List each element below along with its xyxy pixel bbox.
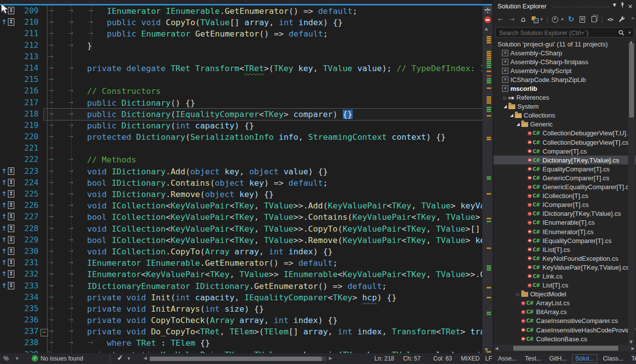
implements-interface-icon[interactable]: ↑I: [1, 282, 14, 289]
line-number[interactable]: 225: [17, 189, 39, 199]
pin-icon[interactable]: [620, 2, 625, 10]
search-input[interactable]: [498, 28, 614, 38]
tree-horizontal-scrollbar[interactable]: ◀ ▶: [494, 345, 636, 352]
collapse-all-icon[interactable]: [590, 15, 598, 24]
solution-explorer-titlebar[interactable]: Solution Explorer ▼ ×: [494, 0, 636, 13]
tree-row-icollection-t-cs[interactable]: C#ICollection[T].cs: [494, 192, 636, 201]
code-line-213[interactable]: 213→: [0, 51, 482, 63]
sync-active-document-icon[interactable]: [578, 15, 587, 24]
tool-window-tab-asse[interactable]: Asse...: [496, 355, 519, 363]
status-line-ending[interactable]: LF: [485, 355, 492, 362]
editor-vertical-scrollbar[interactable]: ▴▾ ▲ ▼: [482, 5, 493, 353]
tool-window-tab-test[interactable]: Test...: [522, 355, 544, 363]
tree-row-objectmodel[interactable]: ▷ObjectModel: [494, 290, 636, 299]
document-health-status[interactable]: No issues found: [41, 355, 83, 362]
horizontal-scrollbar-thumb[interactable]: [150, 357, 322, 361]
implements-interface-icon[interactable]: ↑I: [1, 225, 14, 232]
implements-interface-icon[interactable]: ↑I: [1, 179, 14, 186]
pending-filter-caret-icon[interactable]: ▼: [560, 17, 564, 22]
tree-row-caseinsensitivehashcodeprovider-cs[interactable]: C#CaseInsensitiveHashCodeProvider.cs: [494, 325, 636, 334]
tree-row-solution-project-gui-11-of-11-projects-[interactable]: Solution 'project-gui' (11 of 11 project…: [494, 40, 636, 48]
tree-row-comparer-t-cs[interactable]: C#Comparer[T].cs: [494, 147, 636, 156]
tree-row-assembly-csharp[interactable]: #Assembly-CSharp: [494, 48, 636, 57]
tree-row-ilist-t-cs[interactable]: C#IList[T].cs: [494, 245, 636, 254]
code-line-224[interactable]: ↑I224→→bool IDictionary.Contains(object …: [0, 177, 482, 189]
line-number[interactable]: 239: [17, 350, 39, 353]
zoom-dropdown-caret-icon[interactable]: ▼: [15, 356, 19, 361]
hscroll-left-arrow-icon[interactable]: ◀: [143, 356, 147, 361]
tree-row-system[interactable]: ◢System: [494, 102, 636, 111]
code-line-217[interactable]: 217→→public Dictionary() {}: [0, 97, 482, 109]
code-line-230[interactable]: ↑I230→→void ICollection.CopyTo(Array arr…: [0, 246, 482, 257]
pending-filter-icon[interactable]: [551, 15, 560, 24]
line-number[interactable]: 235: [17, 304, 39, 313]
line-number[interactable]: 237: [17, 326, 39, 336]
code-line-225[interactable]: ↑I225→→void IDictionary.Remove(object ke…: [0, 189, 482, 200]
zoom-level-control[interactable]: %: [3, 355, 9, 362]
tree-row-keynotfoundexception-cs[interactable]: C#KeyNotFoundException.cs: [494, 254, 636, 263]
tree-row-collectionbase-cs[interactable]: C#CollectionBase.cs: [494, 334, 636, 343]
tree-row-genericcomparer-t-cs[interactable]: C#GenericComparer[T].cs: [494, 173, 636, 182]
tree-row-idictionary-tkey-tvalue-cs[interactable]: C#IDictionary[TKey,TValue].cs: [494, 209, 636, 218]
tree-row-collectiondebuggerview-t-u-cs[interactable]: C#CollectionDebuggerView[T,U].cs: [494, 129, 636, 138]
code-viewport[interactable]: ↑I209→→→IEnumerator IEnumerable.GetEnume…: [0, 5, 482, 353]
tree-vscroll-thumb[interactable]: [629, 43, 634, 118]
tree-vertical-scrollbar[interactable]: ▲ ▼: [628, 40, 635, 345]
line-number[interactable]: 228: [17, 224, 39, 233]
line-number[interactable]: 214: [17, 63, 39, 73]
code-line-227[interactable]: ↑I227→→bool ICollection<KeyValuePair<TKe…: [0, 211, 482, 223]
line-number[interactable]: 221: [17, 143, 39, 153]
chevron-down-icon[interactable]: ▼: [613, 2, 616, 7]
code-line-219[interactable]: 219→→public Dictionary(int capacity) {}: [0, 120, 482, 131]
refresh-icon[interactable]: ↻: [567, 15, 576, 24]
tree-row-equalitycomparer-t-cs[interactable]: C#EqualityComparer[T].cs: [494, 164, 636, 173]
code-line-237[interactable]: 237→→private void Do_CopyTo<TRet, TElem>…: [0, 326, 482, 337]
implements-interface-icon[interactable]: ↑I: [1, 18, 14, 26]
implements-interface-icon[interactable]: ↑I: [1, 202, 14, 209]
line-number[interactable]: 232: [17, 269, 39, 279]
status-encoding[interactable]: MIXED: [461, 355, 480, 362]
implements-interface-icon[interactable]: ↑I: [1, 236, 14, 243]
line-number[interactable]: 209: [17, 6, 39, 15]
tree-row-assembly-unityscript[interactable]: #Assembly-UnityScript: [494, 66, 636, 75]
close-icon[interactable]: ×: [628, 2, 633, 10]
code-line-229[interactable]: ↑I229→→bool ICollection<KeyValuePair<TKe…: [0, 235, 482, 246]
search-options-caret-icon[interactable]: ▼: [628, 31, 632, 35]
code-line-220[interactable]: 220→→protected Dictionary(SerializationI…: [0, 131, 482, 143]
home-icon[interactable]: ⌂: [519, 15, 528, 24]
code-line-216[interactable]: 216→→// Constructors: [0, 85, 482, 97]
tree-row-mscorlib[interactable]: #mscorlib: [494, 84, 636, 93]
tree-row-generic[interactable]: ◢Generic: [494, 120, 636, 129]
implements-interface-icon[interactable]: ↑I: [1, 259, 14, 266]
switch-views-icon[interactable]: [530, 15, 539, 24]
scroll-down-arrow-icon[interactable]: ▼: [485, 347, 488, 352]
tree-row-keyvaluepair-tkey-tvalue-cs[interactable]: C#KeyValuePair[TKey,TValue].cs: [494, 263, 636, 272]
line-number[interactable]: 212: [17, 40, 39, 50]
search-box[interactable]: ▼: [495, 27, 634, 38]
tool-window-tab-gith[interactable]: GitH...: [547, 355, 569, 363]
code-line-238[interactable]: 238→→→where TRet : TElem {}: [0, 337, 482, 349]
code-line-235[interactable]: 235→→private void InitArrays(int size) {…: [0, 303, 482, 315]
implements-interface-icon[interactable]: ↑I: [1, 167, 14, 175]
tree-row-list-t-cs[interactable]: C#List[T].cs: [494, 281, 636, 290]
view-code-icon[interactable]: <>: [606, 15, 615, 24]
toolbar-overflow-icon[interactable]: »: [631, 15, 635, 21]
code-line-236[interactable]: 236→→private void CopyToCheck(Array arra…: [0, 315, 482, 326]
code-line-212[interactable]: 212→→}: [0, 40, 482, 51]
code-line-226[interactable]: ↑I226→→void ICollection<KeyValuePair<TKe…: [0, 200, 482, 211]
line-number[interactable]: 219: [17, 121, 39, 130]
line-number[interactable]: 218: [17, 109, 39, 119]
line-number[interactable]: 227: [17, 212, 39, 221]
tree-row-bitarray-cs[interactable]: C#BitArray.cs: [494, 308, 636, 317]
horizontal-scrollbar-track[interactable]: [149, 357, 326, 361]
forward-icon[interactable]: →: [507, 15, 516, 24]
line-number[interactable]: 210: [17, 17, 39, 27]
hscroll-right-arrow-icon[interactable]: ▶: [329, 356, 332, 361]
code-line-232[interactable]: ↑I232→→IEnumerator<KeyValuePair<TKey, TV…: [0, 269, 482, 280]
implements-interface-icon[interactable]: ↑I: [1, 247, 14, 255]
tree-row-arraylist-cs[interactable]: C#ArrayList.cs: [494, 299, 636, 308]
line-number[interactable]: 230: [17, 246, 39, 256]
code-editor[interactable]: ↑I209→→→IEnumerator IEnumerable.GetEnume…: [0, 0, 482, 353]
tree-row-iequalitycomparer-t-cs[interactable]: C#IEqualityComparer[T].cs: [494, 236, 636, 245]
collapse-expander-icon[interactable]: ◢: [515, 122, 521, 126]
